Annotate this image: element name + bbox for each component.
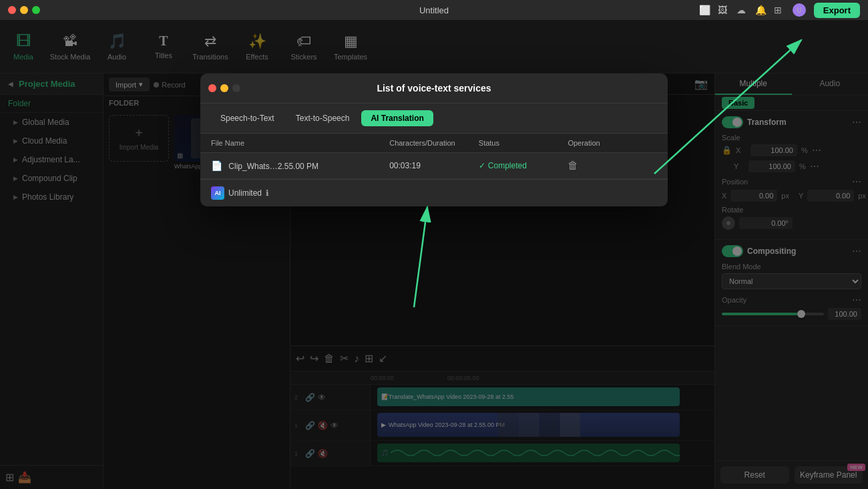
- close-dot[interactable]: [8, 6, 16, 14]
- maximize-dot[interactable]: [32, 6, 40, 14]
- col-file-name: File Name: [211, 139, 389, 147]
- cell-file-name: 📄 Clip_Whats…2.55.00 PM: [211, 160, 389, 171]
- ai-badge: AI: [211, 186, 224, 200]
- photo-icon[interactable]: 🖼: [718, 5, 728, 15]
- modal-tabs: Speech-to-Text Text-to-Speech AI Transla…: [200, 104, 668, 134]
- col-operation: Operation: [568, 139, 657, 147]
- col-duration: Characters/Duration: [389, 139, 479, 147]
- modal-minimize-dot[interactable]: [220, 84, 228, 92]
- file-name-text: Clip_Whats…2.55.00 PM: [228, 162, 318, 171]
- modal-tab-ai-translation[interactable]: AI Translation: [361, 110, 433, 126]
- modal-window-controls: [208, 84, 240, 92]
- cell-duration: 00:03:19: [389, 161, 479, 170]
- status-text: Completed: [488, 161, 527, 170]
- file-icon: 📄: [211, 160, 222, 171]
- cell-status: ✓ Completed: [479, 161, 568, 170]
- modal-maximize-dot[interactable]: [232, 84, 240, 92]
- table-row: 📄 Clip_Whats…2.55.00 PM 00:03:19 ✓ Compl…: [200, 153, 668, 179]
- table-header: File Name Characters/Duration Status Ope…: [200, 134, 668, 153]
- unlimited-text: Unlimited: [228, 188, 262, 198]
- delete-row-button[interactable]: 🗑: [568, 160, 578, 172]
- modal-close-dot[interactable]: [208, 84, 216, 92]
- titlebar: Untitled ⬜ 🖼 ☁ 🔔 ⊞ U Export: [0, 0, 868, 20]
- col-status: Status: [479, 139, 568, 147]
- modal-header: List of voice-text services: [200, 73, 668, 104]
- check-icon: ✓: [479, 161, 485, 170]
- cloud-icon[interactable]: ☁: [736, 5, 747, 15]
- info-icon[interactable]: ℹ: [266, 188, 269, 198]
- avatar[interactable]: U: [793, 3, 806, 17]
- bell-icon[interactable]: 🔔: [755, 5, 766, 15]
- minimize-dot[interactable]: [20, 6, 28, 14]
- modal-tab-text-to-speech[interactable]: Text-to-Speech: [286, 110, 359, 126]
- modal-footer: AI Unlimited ℹ: [200, 179, 668, 206]
- screen-icon[interactable]: ⬜: [699, 5, 710, 15]
- window-controls: [8, 6, 40, 14]
- status-completed: ✓ Completed: [479, 161, 568, 170]
- modal-overlay[interactable]: List of voice-text services Speech-to-Te…: [0, 20, 868, 489]
- cell-operation: 🗑: [568, 160, 657, 172]
- titlebar-actions: ⬜ 🖼 ☁ 🔔 ⊞ U Export: [699, 3, 860, 18]
- window-title: Untitled: [419, 5, 449, 15]
- export-button[interactable]: Export: [814, 3, 860, 18]
- voice-text-modal: List of voice-text services Speech-to-Te…: [200, 73, 668, 206]
- modal-tab-speech-to-text[interactable]: Speech-to-Text: [211, 110, 284, 126]
- modal-title: List of voice-text services: [377, 83, 491, 94]
- modal-table: File Name Characters/Duration Status Ope…: [200, 134, 668, 179]
- grid-icon[interactable]: ⊞: [774, 5, 785, 15]
